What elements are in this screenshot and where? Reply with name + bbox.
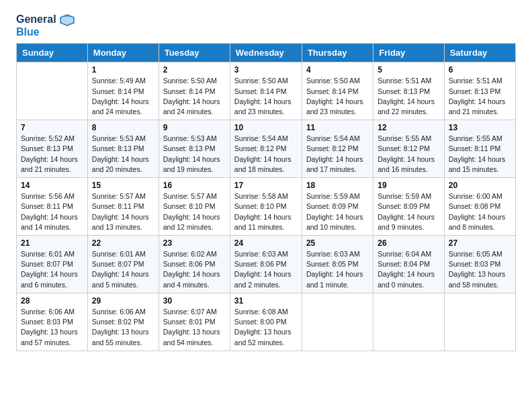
- day-info: Sunrise: 6:03 AM Sunset: 8:06 PM Dayligh…: [234, 249, 298, 290]
- day-number: 3: [234, 65, 298, 75]
- calendar-table: SundayMondayTuesdayWednesdayThursdayFrid…: [16, 43, 516, 351]
- calendar-week-3: 14Sunrise: 5:56 AM Sunset: 8:11 PM Dayli…: [17, 178, 516, 236]
- calendar-cell: 31Sunrise: 6:08 AM Sunset: 8:00 PM Dayli…: [230, 293, 302, 351]
- calendar-cell: 24Sunrise: 6:03 AM Sunset: 8:06 PM Dayli…: [230, 235, 302, 293]
- day-of-week-saturday: Saturday: [444, 44, 515, 62]
- logo-shape-icon: [60, 14, 75, 26]
- calendar-cell: 21Sunrise: 6:01 AM Sunset: 8:07 PM Dayli…: [17, 235, 88, 293]
- day-number: 17: [234, 181, 298, 190]
- logo-general-text: General: [16, 13, 75, 26]
- day-of-week-friday: Friday: [373, 44, 444, 62]
- calendar-cell: 12Sunrise: 5:55 AM Sunset: 8:12 PM Dayli…: [373, 120, 444, 178]
- calendar-cell: 30Sunrise: 6:07 AM Sunset: 8:01 PM Dayli…: [159, 293, 230, 351]
- calendar-cell: 9Sunrise: 5:53 AM Sunset: 8:13 PM Daylig…: [159, 120, 230, 178]
- calendar-cell: 8Sunrise: 5:53 AM Sunset: 8:13 PM Daylig…: [87, 120, 159, 178]
- calendar-cell: 5Sunrise: 5:51 AM Sunset: 8:13 PM Daylig…: [373, 62, 444, 120]
- calendar-cell: 25Sunrise: 6:03 AM Sunset: 8:05 PM Dayli…: [302, 235, 373, 293]
- day-info: Sunrise: 5:51 AM Sunset: 8:13 PM Dayligh…: [378, 76, 439, 117]
- day-info: Sunrise: 6:00 AM Sunset: 8:08 PM Dayligh…: [449, 191, 511, 232]
- calendar-cell: [373, 293, 444, 351]
- calendar-cell: 28Sunrise: 6:06 AM Sunset: 8:03 PM Dayli…: [17, 293, 88, 351]
- day-info: Sunrise: 6:08 AM Sunset: 8:00 PM Dayligh…: [234, 307, 298, 348]
- day-info: Sunrise: 6:07 AM Sunset: 8:01 PM Dayligh…: [163, 307, 226, 348]
- calendar-cell: 10Sunrise: 5:54 AM Sunset: 8:12 PM Dayli…: [230, 120, 302, 178]
- day-number: 23: [163, 238, 226, 248]
- day-info: Sunrise: 5:53 AM Sunset: 8:13 PM Dayligh…: [163, 134, 226, 175]
- calendar-week-4: 21Sunrise: 6:01 AM Sunset: 8:07 PM Dayli…: [17, 235, 516, 293]
- day-number: 31: [234, 296, 298, 306]
- day-number: 7: [21, 123, 83, 132]
- calendar-cell: 18Sunrise: 5:59 AM Sunset: 8:09 PM Dayli…: [302, 178, 373, 236]
- day-info: Sunrise: 6:01 AM Sunset: 8:07 PM Dayligh…: [21, 249, 83, 290]
- day-number: 8: [92, 123, 154, 132]
- day-info: Sunrise: 5:50 AM Sunset: 8:14 PM Dayligh…: [234, 76, 298, 117]
- day-info: Sunrise: 5:52 AM Sunset: 8:13 PM Dayligh…: [21, 134, 83, 175]
- day-number: 4: [306, 65, 369, 75]
- calendar-cell: 16Sunrise: 5:57 AM Sunset: 8:10 PM Dayli…: [159, 178, 230, 236]
- day-info: Sunrise: 5:59 AM Sunset: 8:09 PM Dayligh…: [378, 191, 439, 232]
- calendar-cell: 13Sunrise: 5:55 AM Sunset: 8:11 PM Dayli…: [444, 120, 515, 178]
- day-number: 30: [163, 296, 226, 306]
- day-number: 26: [378, 238, 439, 248]
- calendar-cell: 22Sunrise: 6:01 AM Sunset: 8:07 PM Dayli…: [87, 235, 159, 293]
- day-number: 22: [92, 238, 154, 248]
- calendar-cell: 15Sunrise: 5:57 AM Sunset: 8:11 PM Dayli…: [87, 178, 159, 236]
- day-number: 24: [234, 238, 298, 248]
- calendar-cell: 29Sunrise: 6:06 AM Sunset: 8:02 PM Dayli…: [87, 293, 159, 351]
- day-number: 27: [449, 238, 511, 248]
- calendar-week-1: 1Sunrise: 5:49 AM Sunset: 8:14 PM Daylig…: [17, 62, 516, 120]
- day-of-week-sunday: Sunday: [17, 44, 88, 62]
- day-number: 1: [92, 65, 154, 75]
- day-info: Sunrise: 5:50 AM Sunset: 8:14 PM Dayligh…: [163, 76, 226, 117]
- day-number: 6: [449, 65, 511, 75]
- day-info: Sunrise: 5:50 AM Sunset: 8:14 PM Dayligh…: [306, 76, 369, 117]
- calendar-cell: 14Sunrise: 5:56 AM Sunset: 8:11 PM Dayli…: [17, 178, 88, 236]
- calendar-week-5: 28Sunrise: 6:06 AM Sunset: 8:03 PM Dayli…: [17, 293, 516, 351]
- calendar-cell: [17, 62, 88, 120]
- logo-wordmark: General Blue: [16, 13, 75, 38]
- day-info: Sunrise: 5:53 AM Sunset: 8:13 PM Dayligh…: [92, 134, 154, 175]
- day-number: 18: [306, 181, 369, 190]
- day-info: Sunrise: 6:02 AM Sunset: 8:06 PM Dayligh…: [163, 249, 226, 290]
- day-info: Sunrise: 5:51 AM Sunset: 8:13 PM Dayligh…: [449, 76, 511, 117]
- day-number: 2: [163, 65, 226, 75]
- day-of-week-monday: Monday: [87, 44, 159, 62]
- logo-blue-text: Blue: [16, 26, 75, 38]
- calendar-cell: 7Sunrise: 5:52 AM Sunset: 8:13 PM Daylig…: [17, 120, 88, 178]
- day-number: 16: [163, 181, 226, 190]
- day-info: Sunrise: 5:49 AM Sunset: 8:14 PM Dayligh…: [92, 76, 154, 117]
- calendar-cell: 17Sunrise: 5:58 AM Sunset: 8:10 PM Dayli…: [230, 178, 302, 236]
- day-info: Sunrise: 6:06 AM Sunset: 8:02 PM Dayligh…: [92, 307, 154, 348]
- calendar-cell: 27Sunrise: 6:05 AM Sunset: 8:03 PM Dayli…: [444, 235, 515, 293]
- day-info: Sunrise: 5:55 AM Sunset: 8:11 PM Dayligh…: [449, 134, 511, 175]
- day-info: Sunrise: 5:54 AM Sunset: 8:12 PM Dayligh…: [234, 134, 298, 175]
- calendar-week-2: 7Sunrise: 5:52 AM Sunset: 8:13 PM Daylig…: [17, 120, 516, 178]
- calendar-cell: 23Sunrise: 6:02 AM Sunset: 8:06 PM Dayli…: [159, 235, 230, 293]
- day-number: 15: [92, 181, 154, 190]
- day-info: Sunrise: 6:01 AM Sunset: 8:07 PM Dayligh…: [92, 249, 154, 290]
- day-info: Sunrise: 5:56 AM Sunset: 8:11 PM Dayligh…: [21, 191, 83, 232]
- calendar-cell: 1Sunrise: 5:49 AM Sunset: 8:14 PM Daylig…: [87, 62, 159, 120]
- calendar-cell: 20Sunrise: 6:00 AM Sunset: 8:08 PM Dayli…: [444, 178, 515, 236]
- day-info: Sunrise: 5:54 AM Sunset: 8:12 PM Dayligh…: [306, 134, 369, 175]
- calendar-header-row: SundayMondayTuesdayWednesdayThursdayFrid…: [17, 44, 516, 62]
- day-info: Sunrise: 5:59 AM Sunset: 8:09 PM Dayligh…: [306, 191, 369, 232]
- calendar-cell: 6Sunrise: 5:51 AM Sunset: 8:13 PM Daylig…: [444, 62, 515, 120]
- day-number: 11: [306, 123, 369, 132]
- calendar-cell: 4Sunrise: 5:50 AM Sunset: 8:14 PM Daylig…: [302, 62, 373, 120]
- calendar-cell: 2Sunrise: 5:50 AM Sunset: 8:14 PM Daylig…: [159, 62, 230, 120]
- header: General Blue: [16, 13, 516, 38]
- day-number: 25: [306, 238, 369, 248]
- day-number: 28: [21, 296, 83, 306]
- day-number: 21: [21, 238, 83, 248]
- logo: General Blue: [16, 13, 75, 38]
- day-number: 20: [449, 181, 511, 190]
- day-number: 14: [21, 181, 83, 190]
- calendar-cell: [302, 293, 373, 351]
- calendar-cell: [444, 293, 515, 351]
- day-number: 5: [378, 65, 439, 75]
- calendar-cell: 26Sunrise: 6:04 AM Sunset: 8:04 PM Dayli…: [373, 235, 444, 293]
- day-number: 29: [92, 296, 154, 306]
- day-info: Sunrise: 5:57 AM Sunset: 8:10 PM Dayligh…: [163, 191, 226, 232]
- calendar-cell: 11Sunrise: 5:54 AM Sunset: 8:12 PM Dayli…: [302, 120, 373, 178]
